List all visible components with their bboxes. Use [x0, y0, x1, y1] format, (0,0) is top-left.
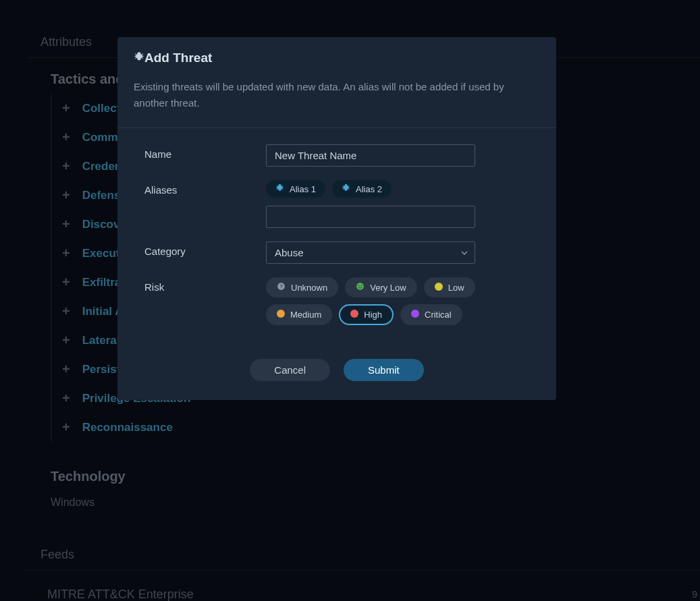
modal-header: Add Threat [117, 37, 556, 79]
risk-chip-label: Low [448, 283, 464, 293]
svg-point-4 [361, 285, 362, 286]
form-row-name: Name [144, 144, 529, 167]
risk-chip-label: Very Low [370, 283, 406, 293]
category-label: Category [144, 241, 266, 264]
add-threat-modal: Add Threat Existing threats will be upda… [117, 37, 556, 400]
risk-label: Risk [144, 277, 266, 325]
alias-input[interactable] [266, 206, 475, 228]
name-label: Name [144, 144, 266, 167]
risk-chip-icon [356, 282, 365, 293]
svg-text:?: ? [279, 283, 282, 289]
modal-subtext: Existing threats will be updated with ne… [117, 79, 556, 128]
risk-chip-very-low[interactable]: Very Low [345, 277, 416, 297]
risk-chip-icon [411, 310, 419, 320]
risk-chip-icon [350, 310, 358, 320]
form-row-category: Category Abuse [144, 241, 529, 264]
submit-button[interactable]: Submit [344, 359, 424, 381]
category-select[interactable]: Abuse [266, 241, 475, 264]
alias-chips: Alias 1 Alias 2 [266, 180, 529, 198]
risk-chip-unknown[interactable]: ?Unknown [266, 277, 338, 297]
risk-chip-label: Medium [290, 310, 321, 320]
risk-chip-label: High [364, 310, 382, 320]
bug-icon [275, 183, 284, 194]
aliases-label: Aliases [144, 180, 266, 228]
risk-chip-label: Critical [425, 310, 452, 320]
bug-icon [134, 51, 144, 65]
risk-chip-icon [277, 310, 285, 320]
form-row-aliases: Aliases Alias 1 Alias 2 [144, 180, 529, 228]
risk-chip-low[interactable]: Low [424, 277, 475, 297]
risk-chip-icon: ? [277, 282, 286, 293]
modal-body: Name Aliases Alias 1 Alias 2 [117, 128, 556, 345]
name-input[interactable] [266, 144, 475, 167]
svg-point-3 [358, 285, 359, 286]
bug-icon [342, 183, 350, 194]
risk-chip-high[interactable]: High [339, 304, 394, 325]
alias-chip[interactable]: Alias 1 [266, 180, 325, 198]
modal-footer: Cancel Submit [117, 345, 556, 400]
svg-point-2 [356, 283, 364, 290]
risk-chip-icon [435, 283, 443, 293]
modal-title: Add Threat [144, 51, 212, 65]
form-row-risk: Risk ?UnknownVery LowLowMediumHighCritic… [144, 277, 529, 325]
risk-chips: ?UnknownVery LowLowMediumHighCritical [266, 277, 495, 325]
risk-chip-critical[interactable]: Critical [400, 304, 462, 325]
risk-chip-medium[interactable]: Medium [266, 304, 332, 325]
alias-chip-label: Alias 2 [356, 184, 382, 194]
cancel-button[interactable]: Cancel [250, 359, 330, 381]
alias-chip-label: Alias 1 [290, 184, 316, 194]
alias-chip[interactable]: Alias 2 [332, 180, 392, 198]
risk-chip-label: Unknown [291, 283, 327, 293]
